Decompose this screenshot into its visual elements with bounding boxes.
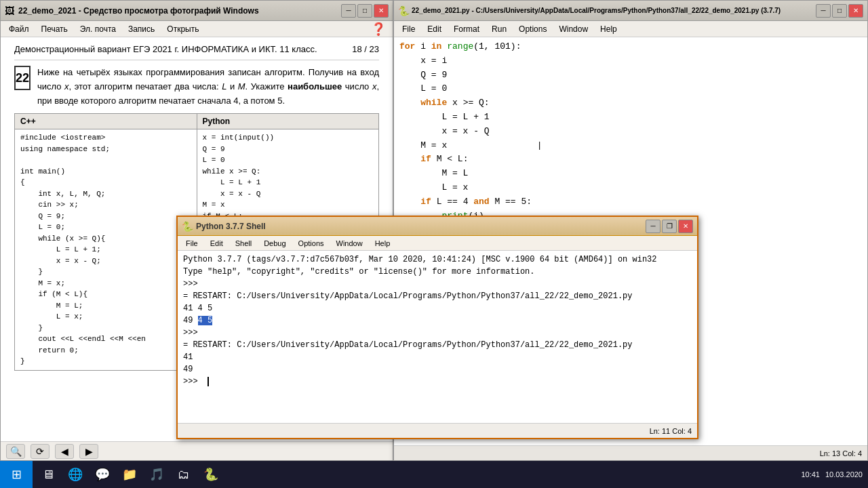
code-line-2: x = i [399,54,862,68]
next-button[interactable]: ▶ [79,444,98,459]
task-text-content: Ниже на четырёх языках программирования … [37,67,379,106]
menu-email[interactable]: Эл. почта [75,23,121,35]
taskbar-right: 10:41 10.03.2020 [795,470,868,479]
code-line-10: M = L [399,167,862,181]
shell-version-line: Python 3.7.7 (tags/v3.7.7:d7c567b03f, Ma… [183,253,692,266]
shell-result-1b-text: 49 [183,316,198,325]
shell-result-1a: 41 4 5 [183,302,692,314]
editor-menu-file[interactable]: File [397,23,420,35]
editor-menu-help[interactable]: Help [595,23,623,35]
shell-controls: ─ ❐ ✕ [646,220,693,233]
discord-icon: 💬 [95,467,110,482]
shell-statusbar: Ln: 11 Col: 4 [178,423,697,438]
shell-menu-help[interactable]: Help [370,238,396,249]
shell-title: Python 3.7.7 Shell [196,222,643,231]
editor-statusbar: Ln: 13 Col: 4 [394,445,867,460]
maximize-button[interactable]: □ [357,4,372,18]
minimize-button[interactable]: ─ [341,4,356,18]
start-icon: ⊞ [12,467,22,482]
close-button[interactable]: ✕ [374,4,389,18]
shell-result-1b-selected: 4 5 [198,316,213,325]
rotate-button[interactable]: ⟳ [31,444,50,459]
editor-minimize-button[interactable]: ─ [816,4,831,18]
taskbar-item-explorer[interactable]: 🖥 [35,462,61,487]
zoom-in-button[interactable]: 🔍 [6,444,25,459]
shell-menu-window[interactable]: Window [331,238,368,249]
editor-icon: 🐍 [398,5,409,16]
code-line-6: L = L + 1 [399,110,862,125]
start-button[interactable]: ⊞ [0,461,33,488]
shell-menu-shell[interactable]: Shell [230,238,257,249]
code-line-4: L = 0 [399,82,862,96]
help-icon[interactable]: ❓ [367,22,390,37]
menu-file[interactable]: Файл [3,23,35,35]
shell-titlebar: 🐍 Python 3.7.7 Shell ─ ❐ ✕ [178,217,697,236]
editor-menu-edit[interactable]: Edit [422,23,447,35]
editor-menu-options[interactable]: Options [513,23,552,35]
code-line-5: while x >= Q: [399,96,862,110]
editor-maximize-button[interactable]: □ [832,4,847,18]
shell-menu-edit[interactable]: Edit [205,238,229,249]
code-line-11: L = x [399,181,862,195]
task-header: 22 Ниже на четырёх языках программирован… [14,66,379,108]
header-left: Демонстрационный вариант ЕГЭ 2021 г. ИНФ… [14,44,317,54]
prev-button[interactable]: ◀ [55,444,74,459]
shell-result-2b: 49 [183,363,692,375]
chrome-icon: 🌐 [68,467,83,482]
col-python: Python [197,114,379,129]
editor-menu-window[interactable]: Window [553,23,593,35]
shell-restore-button[interactable]: ❐ [662,220,677,233]
shell-prompt-1: >>> [183,278,692,290]
col-cpp: C++ [15,114,197,129]
files-icon: 🗂 [176,467,191,482]
menu-open[interactable]: Открыть [161,23,204,35]
shell-prompt-3: >>> [183,375,692,388]
photo-viewer-controls: ─ □ ✕ [341,4,389,18]
editor-menu-format[interactable]: Format [448,23,485,35]
shell-close-button[interactable]: ✕ [678,220,693,233]
shell-menu-debug[interactable]: Debug [258,238,291,249]
taskbar-date: 10.03.2020 [825,470,863,479]
editor-position: Ln: 13 Col: 4 [820,449,862,458]
shell-prompt-2: >>> [183,327,692,339]
shell-menu-options[interactable]: Options [293,238,330,249]
taskbar-item-chrome[interactable]: 🌐 [62,462,88,487]
code-line-8: M = x | [399,139,862,153]
taskbar-item-files[interactable]: 🗂 [171,462,197,487]
code-line-7: x = x - Q [399,125,862,139]
shell-minimize-button[interactable]: ─ [646,220,660,233]
shell-restart-1: = RESTART: C:/Users/University/AppData/L… [183,290,692,302]
editor-title: 22_demo_2021.py - C:/Users/University/Ap… [412,7,813,14]
photo-viewer-statusbar: 🔍 ⟳ ◀ ▶ [1,441,393,460]
python-shell-window: 🐍 Python 3.7.7 Shell ─ ❐ ✕ File Edit She… [176,216,698,439]
code-line-12: if L == 4 and M == 5: [399,195,862,209]
header-right: 18 / 23 [352,44,379,54]
taskbar: ⊞ 🖥 🌐 💬 📁 🎵 🗂 🐍 10:41 10.03.2020 [0,461,868,488]
menu-print[interactable]: Печать [36,23,73,35]
code-line-1: for i in range(1, 101): [399,40,862,54]
photo-viewer-titlebar: 🖼 22_demo_2021 - Средство просмотра фото… [1,1,393,21]
explorer-icon: 🖥 [41,467,56,482]
photo-viewer-menubar: Файл Печать Эл. почта Запись Открыть ❓ [1,21,393,37]
media-icon: 🎵 [149,467,164,482]
taskbar-item-filemanager[interactable]: 📁 [117,462,142,487]
taskbar-item-discord[interactable]: 💬 [90,462,115,487]
shell-position: Ln: 11 Col: 4 [650,427,692,435]
task-description: Ниже на четырёх языках программирования … [37,66,379,108]
cpp-code: #include <iostream> using namespace std;… [15,129,197,371]
editor-close-button[interactable]: ✕ [848,4,863,18]
shell-result-2a: 41 [183,351,692,363]
editor-menu-run[interactable]: Run [486,23,512,35]
shell-menu-file[interactable]: File [180,238,203,249]
taskbar-item-media[interactable]: 🎵 [144,462,170,487]
filemanager-icon: 📁 [122,467,137,482]
menu-record[interactable]: Запись [123,23,160,35]
task-number: 22 [14,66,31,90]
taskbar-item-python[interactable]: 🐍 [198,462,224,487]
photo-viewer-icon: 🖼 [5,5,16,16]
shell-menubar: File Edit Shell Debug Options Window Hel… [178,236,697,251]
code-line-3: Q = 9 [399,68,862,83]
photo-header: Демонстрационный вариант ЕГЭ 2021 г. ИНФ… [14,44,379,54]
photo-viewer-title: 22_demo_2021 - Средство просмотра фотогр… [18,6,338,16]
shell-output-area[interactable]: Python 3.7.7 (tags/v3.7.7:d7c567b03f, Ma… [178,251,697,423]
